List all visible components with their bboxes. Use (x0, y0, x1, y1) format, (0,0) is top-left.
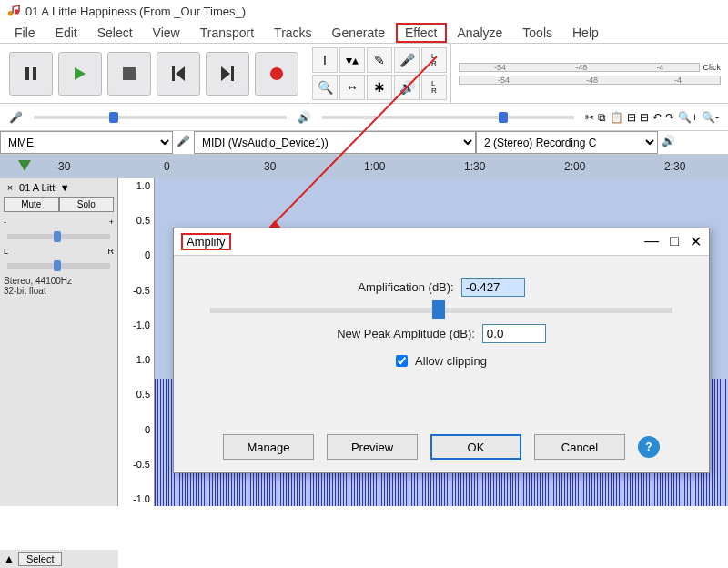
stop-button[interactable] (107, 52, 151, 96)
lr-label2-icon: LR (421, 75, 447, 100)
meter-tick: -48 (575, 63, 587, 72)
svg-rect-6 (172, 66, 175, 81)
meter-click-hint: Click (703, 63, 722, 72)
menu-help[interactable]: Help (563, 23, 608, 43)
record-button[interactable] (255, 52, 298, 96)
mic-icon: 🎤 (173, 131, 194, 154)
menu-analyze[interactable]: Analyze (449, 23, 512, 43)
amplification-slider[interactable] (210, 308, 672, 313)
allow-clipping-checkbox[interactable] (396, 355, 408, 367)
dialog-titlebar[interactable]: Amplify — □ ✕ (174, 228, 709, 256)
maximize-button[interactable]: □ (670, 233, 679, 250)
skip-end-button[interactable] (206, 52, 249, 96)
trim-button[interactable]: ⊟ (627, 111, 636, 124)
playhead-icon[interactable] (18, 160, 31, 171)
track-name[interactable]: 01 A Littl (19, 182, 57, 193)
device-toolbar: MME 🎤 MIDI (WsAudio_Device1)) 2 (Stereo)… (0, 131, 728, 155)
tick: 0 (164, 160, 170, 173)
selection-tool-icon[interactable]: I (312, 47, 338, 73)
svg-marker-4 (75, 67, 86, 80)
svg-rect-3 (33, 67, 36, 80)
redo-button[interactable]: ↷ (665, 111, 674, 124)
menu-file[interactable]: File (5, 23, 45, 43)
minimize-button[interactable]: — (644, 233, 659, 250)
mic-icon: 🎤 (9, 111, 23, 124)
toolbar: I ▾▴ ✎ 🎤 LR 🔍 ↔ ✱ 🔊 LR -54 -48 -4 Click … (0, 44, 728, 104)
pan-slider[interactable] (7, 263, 110, 269)
pause-button[interactable] (9, 52, 53, 96)
zoom-tool-icon[interactable]: 🔍 (312, 75, 338, 100)
manage-button[interactable]: Manage (223, 434, 314, 460)
svg-marker-7 (176, 66, 185, 81)
meter-tick: -48 (586, 76, 598, 85)
rec-volume-slider[interactable] (34, 116, 287, 119)
svg-marker-8 (221, 66, 230, 81)
track-menu-icon[interactable]: ▼ (60, 182, 70, 193)
rec-device-select[interactable]: MIDI (WsAudio_Device1)) (194, 131, 476, 154)
rec-meter[interactable]: -54 -48 -4 (459, 63, 700, 72)
cancel-button[interactable]: Cancel (534, 434, 625, 460)
multi-tool-icon[interactable]: ✱ (367, 75, 392, 100)
menu-tracks[interactable]: Tracks (265, 23, 320, 43)
collapse-icon[interactable]: ▲ (4, 553, 15, 565)
menu-generate[interactable]: Generate (323, 23, 394, 43)
track-control-panel: × 01 A Littl ▼ Mute Solo -+ LR Stereo, 4… (0, 178, 118, 506)
amplification-input[interactable] (461, 278, 525, 297)
menu-tools[interactable]: Tools (513, 23, 561, 43)
mixer-row: 🎤 🔊 ✂ ⧉ 📋 ⊟ ⊟ ↶ ↷ 🔍+ 🔍- (0, 104, 728, 131)
speaker-level-icon[interactable]: 🔊 (394, 75, 420, 100)
paste-button[interactable]: 📋 (610, 111, 623, 124)
timeline-ruler[interactable]: -30 0 30 1:00 1:30 2:00 2:30 (0, 155, 728, 178)
menubar: File Edit Select View Transport Tracks G… (0, 22, 728, 44)
menu-effect[interactable]: Effect (396, 23, 447, 43)
zoom-out-button[interactable]: 🔍- (702, 111, 719, 124)
new-peak-input[interactable] (482, 324, 546, 343)
play-volume-slider[interactable] (322, 116, 575, 119)
svg-point-10 (270, 67, 283, 80)
transport-controls (0, 44, 308, 103)
amplification-label: Amplification (dB): (358, 280, 453, 294)
window-title: 01 A Little Happiness (From _Our Times_) (25, 5, 246, 18)
track-close-button[interactable]: × (4, 182, 16, 193)
gain-slider[interactable] (7, 234, 110, 239)
meter-tick: -4 (674, 76, 682, 85)
speaker-icon: 🔊 (658, 131, 679, 154)
silence-button[interactable]: ⊟ (640, 111, 649, 124)
select-track-button[interactable]: Select (18, 552, 63, 566)
ok-button[interactable]: OK (430, 434, 521, 460)
menu-edit[interactable]: Edit (46, 23, 86, 43)
meter-tick: -54 (494, 63, 506, 72)
audio-host-select[interactable]: MME (0, 131, 173, 154)
envelope-tool-icon[interactable]: ▾▴ (339, 47, 365, 73)
speaker-icon: 🔊 (298, 111, 311, 124)
play-button[interactable] (58, 52, 102, 96)
svg-rect-9 (231, 66, 234, 81)
menu-transport[interactable]: Transport (191, 23, 263, 43)
play-meter[interactable]: -54 -48 -4 (459, 76, 721, 85)
dialog-title: Amplify (181, 233, 231, 250)
undo-button[interactable]: ↶ (652, 111, 662, 124)
rec-channels-select[interactable]: 2 (Stereo) Recording C (476, 131, 658, 154)
menu-select[interactable]: Select (88, 23, 142, 43)
amplify-dialog: Amplify — □ ✕ Amplification (dB): New Pe… (173, 228, 710, 473)
meter-tick: -4 (656, 63, 663, 72)
menu-view[interactable]: View (144, 23, 189, 43)
timeshift-tool-icon[interactable]: ↔ (339, 75, 365, 100)
cut-button[interactable]: ✂ (585, 111, 594, 124)
draw-tool-icon[interactable]: ✎ (367, 47, 392, 73)
new-peak-label: New Peak Amplitude (dB): (337, 327, 475, 340)
track-collapse-strip: ▲ Select (0, 550, 118, 568)
solo-button[interactable]: Solo (59, 197, 115, 212)
amplitude-scale: 1.00.5 0-0.5 -1.01.0 0.50 -0.5-1.0 (118, 178, 155, 506)
svg-rect-5 (123, 67, 136, 80)
help-button[interactable]: ? (638, 436, 660, 458)
preview-button[interactable]: Preview (327, 434, 418, 460)
copy-button[interactable]: ⧉ (598, 111, 606, 124)
mic-level-icon[interactable]: 🎤 (394, 47, 420, 73)
tick: 1:00 (364, 160, 385, 173)
skip-start-button[interactable] (157, 52, 200, 96)
close-button[interactable]: ✕ (690, 233, 702, 250)
zoom-in-button[interactable]: 🔍+ (678, 111, 698, 124)
tick: 2:00 (564, 160, 585, 173)
mute-button[interactable]: Mute (4, 197, 59, 212)
